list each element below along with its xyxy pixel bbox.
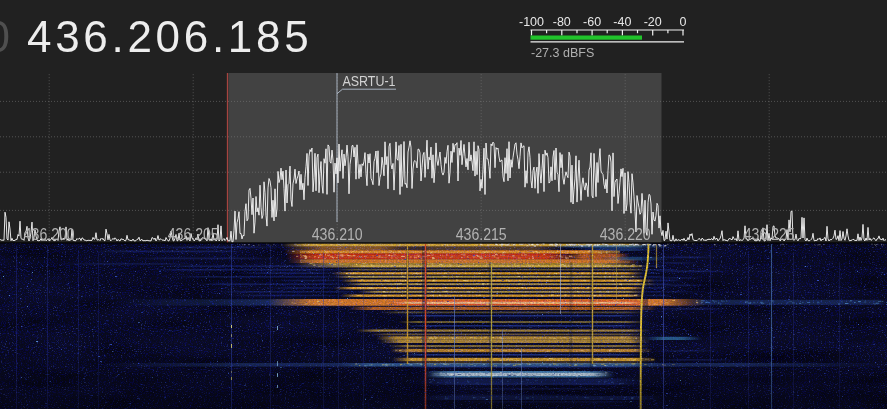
svg-text:436.205: 436.205 (168, 226, 219, 243)
svg-text:-80: -80 (553, 15, 571, 29)
svg-text:-40: -40 (613, 15, 631, 29)
svg-text:0: 0 (680, 15, 687, 29)
svg-text:-20: -20 (644, 15, 662, 29)
svg-text:436.220: 436.220 (600, 226, 651, 243)
svg-text:-27.3 dBFS: -27.3 dBFS (531, 46, 594, 60)
svg-text:436.215: 436.215 (456, 226, 507, 243)
svg-text:-100: -100 (519, 15, 544, 29)
svg-text:ASRTU-1: ASRTU-1 (343, 73, 396, 89)
svg-text:436.225: 436.225 (744, 226, 795, 243)
svg-text:436.200: 436.200 (24, 226, 75, 243)
svg-text:-60: -60 (583, 15, 601, 29)
svg-text:436.210: 436.210 (312, 226, 363, 243)
